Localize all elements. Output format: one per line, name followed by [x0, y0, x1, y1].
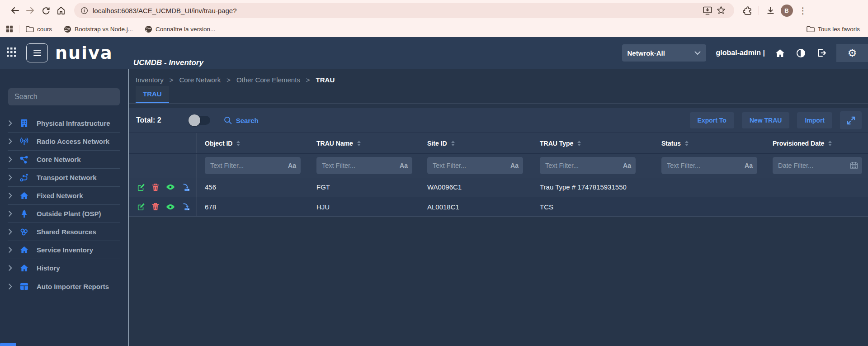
column-header-trau-type[interactable]: TRAU Type	[532, 133, 653, 153]
tab-bar: TRAU	[129, 86, 868, 104]
case-sensitive-toggle[interactable]: Aa	[623, 162, 631, 169]
sort-icon	[828, 141, 832, 146]
bookmark-connaitre[interactable]: Connaître la version...	[145, 25, 215, 33]
filter-trau-type[interactable]: Aa	[540, 157, 636, 174]
filter-input[interactable]	[545, 162, 620, 169]
edit-icon[interactable]	[137, 203, 145, 211]
filter-status[interactable]: Aa	[661, 157, 757, 174]
divider	[800, 25, 800, 33]
export-row-icon[interactable]	[182, 203, 190, 211]
table-row[interactable]: 456 FGT WA0096C1 Trau Type # 17478159315…	[129, 177, 868, 197]
home-icon	[19, 246, 29, 254]
address-bar[interactable]: localhost:6083/ACE_UCMDB_UI/inv/trau-pag…	[74, 3, 734, 18]
breadcrumb-core-network[interactable]: Core Network	[179, 76, 221, 84]
home-nav-icon[interactable]	[774, 47, 786, 59]
expand-table-button[interactable]	[840, 111, 862, 129]
building-icon	[19, 119, 29, 128]
breadcrumb-inventory[interactable]: Inventory	[136, 76, 164, 84]
view-icon[interactable]	[166, 184, 175, 190]
sidebar-item-core-network[interactable]: Core Network	[8, 151, 120, 169]
date-filter-input[interactable]	[778, 162, 850, 169]
filter-trau-name[interactable]: Aa	[316, 157, 412, 174]
sidebar-search-input[interactable]	[8, 93, 120, 101]
breadcrumb-other-core-elements[interactable]: Other Core Elements	[236, 76, 300, 84]
sidebar-search[interactable]	[8, 88, 120, 105]
export-row-icon[interactable]	[182, 183, 190, 191]
sidebar: Physical Infrastructure Radio Access Net…	[0, 69, 129, 346]
toolbar: Total: 2 Search Export To New TRAU Impor…	[129, 108, 868, 133]
filter-object-id[interactable]: Aa	[205, 157, 301, 174]
sidebar-item-radio-access-network[interactable]: Radio Access Network	[8, 133, 120, 151]
theme-contrast-icon[interactable]	[795, 47, 807, 59]
case-sensitive-toggle[interactable]: Aa	[510, 162, 519, 169]
delete-icon[interactable]	[152, 203, 159, 211]
logout-icon[interactable]	[816, 47, 827, 59]
filter-input[interactable]	[667, 162, 742, 169]
column-header-site-id[interactable]: Site ID	[419, 133, 532, 153]
install-app-icon[interactable]	[701, 4, 714, 17]
export-to-button[interactable]: Export To	[690, 112, 734, 128]
filter-toggle[interactable]	[189, 116, 210, 125]
filter-provisioned-date[interactable]	[773, 157, 862, 174]
column-header-trau-name[interactable]: TRAU Name	[308, 133, 419, 153]
view-icon[interactable]	[166, 204, 175, 210]
reload-icon[interactable]	[38, 3, 53, 18]
downloads-icon[interactable]	[764, 4, 777, 17]
sort-icon	[451, 141, 455, 146]
sort-icon	[236, 141, 240, 146]
sidebar-item-history[interactable]: History	[8, 259, 120, 277]
extensions-icon[interactable]	[741, 4, 754, 17]
case-sensitive-toggle[interactable]: Aa	[745, 162, 753, 169]
sidebar-item-auto-importer-reports[interactable]: Auto Importer Reports	[8, 277, 120, 295]
sidebar-item-fixed-network[interactable]: Fixed Network	[8, 187, 120, 205]
sidebar-item-shared-resources[interactable]: Shared Resources	[8, 223, 120, 241]
hamburger-menu-icon[interactable]	[26, 43, 48, 62]
bookmark-folder-cours[interactable]: cours	[26, 26, 52, 33]
sidebar-item-outside-plant[interactable]: Outside Plant (OSP)	[8, 205, 120, 223]
cell-object-id: 456	[197, 177, 308, 197]
side-panel-apps-icon[interactable]	[5, 25, 14, 33]
edit-icon[interactable]	[137, 183, 145, 191]
settings-button[interactable]: ⚙	[836, 44, 868, 62]
site-info-icon[interactable]	[80, 7, 88, 14]
sidebar-item-physical-infrastructure[interactable]: Physical Infrastructure	[8, 114, 120, 133]
divider	[759, 6, 759, 15]
globe-icon	[145, 25, 152, 33]
table-row[interactable]: 678 HJU AL0018C1 TCS	[129, 197, 868, 217]
case-sensitive-toggle[interactable]: Aa	[400, 162, 408, 169]
browser-menu-icon[interactable]: ⋮	[796, 4, 810, 17]
column-header-object-id[interactable]: Object ID	[197, 133, 308, 153]
import-button[interactable]: Import	[797, 112, 832, 128]
bookmark-star-icon[interactable]	[714, 4, 728, 17]
chevron-right-icon	[9, 265, 13, 271]
corner-widget[interactable]	[0, 343, 16, 346]
filter-input[interactable]	[433, 162, 508, 169]
chevron-right-icon	[9, 138, 13, 144]
filter-input[interactable]	[210, 162, 285, 169]
new-trau-button[interactable]: New TRAU	[742, 112, 790, 128]
app-grid-icon[interactable]	[7, 47, 16, 59]
filter-site-id[interactable]: Aa	[427, 157, 523, 174]
column-header-status[interactable]: Status	[653, 133, 764, 153]
home-icon[interactable]	[53, 3, 69, 18]
column-header-provisioned-date[interactable]: Provisioned Date	[764, 133, 868, 153]
chevron-right-icon	[9, 229, 13, 235]
forward-icon[interactable]	[23, 3, 38, 18]
back-icon[interactable]	[7, 3, 23, 18]
profile-avatar[interactable]: B	[780, 4, 793, 17]
table-search-button[interactable]: Search	[224, 116, 259, 124]
filter-input[interactable]	[322, 162, 397, 169]
divider	[19, 25, 19, 33]
tab-trau[interactable]: TRAU	[136, 86, 169, 103]
browser-chrome: localhost:6083/ACE_UCMDB_UI/inv/trau-pag…	[0, 0, 868, 21]
case-sensitive-toggle[interactable]: Aa	[288, 162, 296, 169]
network-selector[interactable]: Netwrok-All	[622, 44, 706, 62]
sidebar-item-service-inventory[interactable]: Service Inventory	[8, 241, 120, 259]
delete-icon[interactable]	[152, 183, 159, 191]
sidebar-item-transport-network[interactable]: Transport Network	[8, 169, 120, 187]
chevron-right-icon	[9, 284, 13, 289]
bookmark-bootstrap[interactable]: Bootstrap vs Node.j...	[64, 25, 133, 33]
globe-icon	[64, 25, 71, 33]
all-bookmarks[interactable]: Tous les favoris	[807, 26, 860, 33]
home-icon	[19, 264, 29, 272]
